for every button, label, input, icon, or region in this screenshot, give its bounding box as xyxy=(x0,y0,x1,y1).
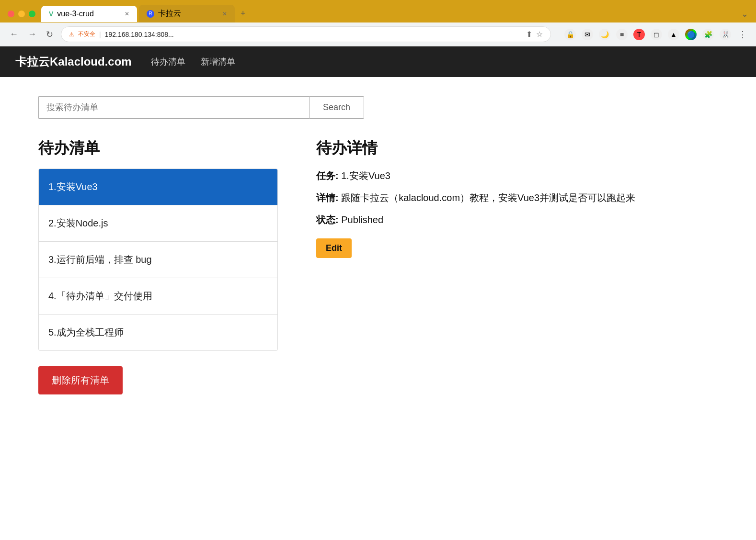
search-button[interactable]: Search xyxy=(309,96,364,119)
tab-kala-title: 卡拉云 xyxy=(158,9,181,19)
reload-button[interactable]: ↻ xyxy=(44,27,55,42)
kala-favicon-icon: R xyxy=(147,10,154,18)
more-options-icon[interactable]: ⋮ xyxy=(737,29,748,40)
app-header: 卡拉云Kalacloud.com 待办清单 新增清单 xyxy=(0,46,756,77)
tab-vue-3-crud[interactable]: V vue-3-crud ✕ xyxy=(41,6,137,22)
search-input[interactable] xyxy=(38,96,309,119)
ext-icon-6[interactable]: ◻ xyxy=(651,29,662,40)
edit-button[interactable]: Edit xyxy=(316,238,352,258)
detail-desc-label: 详情: xyxy=(316,192,339,203)
detail-title: 待办详情 xyxy=(316,138,718,159)
toolbar-extensions: 🔒 ✉ 🌙 ≡ T ◻ ▲ 🔵 🧩 🐰 ⋮ xyxy=(564,29,748,40)
detail-status-label: 状态: xyxy=(316,214,339,225)
ext-icon-8[interactable]: 🔵 xyxy=(685,29,697,40)
forward-button[interactable]: → xyxy=(26,27,38,41)
ext-icon-1[interactable]: 🔒 xyxy=(564,29,576,40)
delete-all-button[interactable]: 删除所有清单 xyxy=(38,366,123,394)
address-url: 192.168.180.134:808... xyxy=(105,31,174,38)
tab-kala-close-icon[interactable]: ✕ xyxy=(222,11,227,17)
search-container: Search xyxy=(38,96,364,119)
todo-list: 1.安装Vue3 2.安装Node.js 3.运行前后端，排查 bug 4.「待… xyxy=(38,169,278,351)
ext-icon-9[interactable]: 🧩 xyxy=(702,29,714,40)
ext-icon-5[interactable]: T xyxy=(633,29,645,40)
app-logo: 卡拉云Kalacloud.com xyxy=(15,54,132,69)
tab-more-icon[interactable]: ⌄ xyxy=(737,7,752,21)
detail-task-value: 1.安装Vue3 xyxy=(341,170,390,181)
ext-icon-4[interactable]: ≡ xyxy=(616,29,628,40)
back-button[interactable]: ← xyxy=(8,27,20,41)
address-separator: | xyxy=(99,31,101,38)
address-bar: ← → ↻ ⚠ 不安全 | 192.168.180.134:808... ⬆ ☆… xyxy=(0,22,756,46)
detail-description-field: 详情: 跟随卡拉云（kalacloud.com）教程，安装Vue3并测试是否可以… xyxy=(316,191,718,205)
detail-status-value: Published xyxy=(341,214,383,225)
maximize-window-button[interactable] xyxy=(29,11,35,17)
tab-vue-title: vue-3-crud xyxy=(57,10,93,18)
tab-kalacloud[interactable]: R 卡拉云 ✕ xyxy=(139,5,235,22)
minimize-window-button[interactable] xyxy=(18,11,25,17)
ext-icon-2[interactable]: ✉ xyxy=(582,29,593,40)
close-window-button[interactable] xyxy=(8,11,14,17)
todo-item-1[interactable]: 1.安装Vue3 xyxy=(39,169,277,205)
url-input[interactable]: ⚠ 不安全 | 192.168.180.134:808... ⬆ ☆ xyxy=(61,26,551,42)
detail-task-label: 任务: xyxy=(316,170,339,181)
detail-status-field: 状态: Published xyxy=(316,213,718,227)
detail-section: 待办详情 任务: 1.安装Vue3 详情: 跟随卡拉云（kalacloud.co… xyxy=(316,138,718,394)
detail-task-field: 任务: 1.安装Vue3 xyxy=(316,169,718,183)
todo-item-3[interactable]: 3.运行前后端，排查 bug xyxy=(39,242,277,278)
tab-vue-close-icon[interactable]: ✕ xyxy=(125,11,129,17)
security-warning-icon: ⚠ xyxy=(69,31,74,38)
nav-add-todo[interactable]: 新增清单 xyxy=(201,56,235,68)
app-content: Search 待办清单 1.安装Vue3 2.安装Node.js 3.运行前后端… xyxy=(0,77,756,414)
detail-desc-value: 跟随卡拉云（kalacloud.com）教程，安装Vue3并测试是否可以跑起来 xyxy=(341,192,635,203)
share-icon[interactable]: ⬆ xyxy=(526,30,532,39)
ext-icon-7[interactable]: ▲ xyxy=(668,29,679,40)
security-warning-text: 不安全 xyxy=(78,30,95,38)
vue-favicon-icon: V xyxy=(49,10,53,18)
browser-chrome: V vue-3-crud ✕ R 卡拉云 ✕ + ⌄ ← → ↻ ⚠ 不安全 |… xyxy=(0,0,756,46)
todo-item-5[interactable]: 5.成为全栈工程师 xyxy=(39,315,277,350)
nav-todo-list[interactable]: 待办清单 xyxy=(151,56,185,68)
app-nav: 待办清单 新增清单 xyxy=(151,56,235,68)
new-tab-button[interactable]: + xyxy=(237,7,250,21)
window-controls xyxy=(4,11,39,17)
bookmark-icon[interactable]: ☆ xyxy=(536,30,543,39)
ext-icon-3[interactable]: 🌙 xyxy=(599,29,610,40)
todo-list-title: 待办清单 xyxy=(38,138,278,159)
todo-section: 待办清单 1.安装Vue3 2.安装Node.js 3.运行前后端，排查 bug… xyxy=(38,138,278,394)
main-layout: 待办清单 1.安装Vue3 2.安装Node.js 3.运行前后端，排查 bug… xyxy=(38,138,718,394)
todo-item-4[interactable]: 4.「待办清单」交付使用 xyxy=(39,278,277,315)
todo-item-2[interactable]: 2.安装Node.js xyxy=(39,205,277,242)
ext-icon-10[interactable]: 🐰 xyxy=(720,29,731,40)
